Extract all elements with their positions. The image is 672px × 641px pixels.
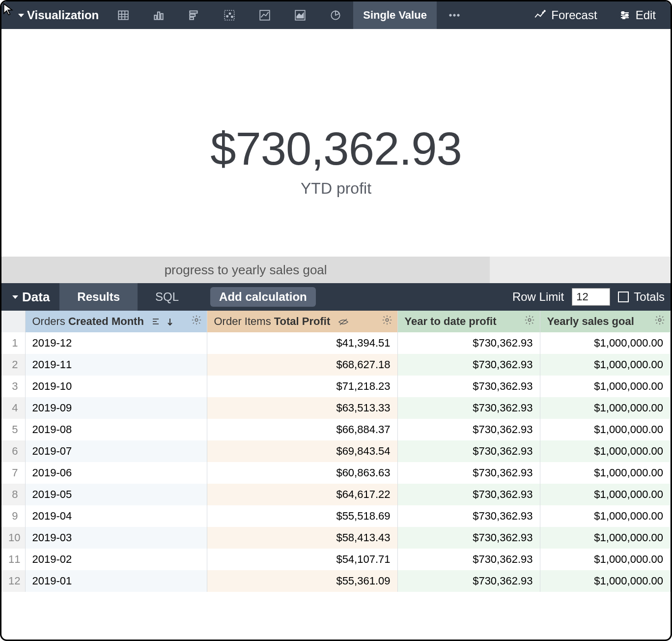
cell-goal: $1,000,000.00 bbox=[540, 549, 671, 570]
gear-icon[interactable] bbox=[382, 315, 392, 328]
header-created-month[interactable]: Orders Created Month bbox=[25, 311, 207, 332]
cell-month: 2019-07 bbox=[25, 440, 207, 462]
cell-profit: $55,518.69 bbox=[207, 505, 397, 527]
mouse-cursor bbox=[2, 2, 16, 20]
viz-horizontalbar-icon[interactable] bbox=[176, 1, 212, 29]
progress-fill: progress to yearly sales goal bbox=[1, 257, 490, 283]
app-frame: Visualization bbox=[0, 0, 672, 641]
svg-point-33 bbox=[195, 319, 198, 321]
cell-ytd: $730,362.93 bbox=[397, 332, 540, 354]
row-index: 8 bbox=[1, 484, 25, 505]
svg-point-21 bbox=[543, 12, 544, 13]
table-row[interactable]: 92019-04$55,518.69$730,362.93$1,000,000.… bbox=[1, 505, 671, 527]
cell-month: 2019-10 bbox=[25, 376, 207, 397]
svg-rect-8 bbox=[190, 11, 197, 13]
visualization-title: Visualization bbox=[27, 8, 99, 22]
cell-ytd: $730,362.93 bbox=[397, 376, 540, 397]
viz-bar-icon[interactable] bbox=[141, 1, 176, 29]
cell-month: 2019-09 bbox=[25, 397, 207, 419]
table-row[interactable]: 82019-05$64,617.22$730,362.93$1,000,000.… bbox=[1, 484, 671, 505]
cell-profit: $71,218.23 bbox=[207, 376, 397, 397]
table-row[interactable]: 122019-01$55,361.09$730,362.93$1,000,000… bbox=[1, 570, 671, 592]
viz-more-icon[interactable] bbox=[437, 1, 472, 29]
viz-right-tools: Forecast Edit bbox=[523, 1, 667, 29]
cell-month: 2019-01 bbox=[25, 570, 207, 592]
caret-down-icon bbox=[18, 14, 24, 17]
viz-single-value-tab[interactable]: Single Value bbox=[353, 1, 437, 29]
cell-profit: $66,884.37 bbox=[207, 419, 397, 440]
svg-point-12 bbox=[226, 16, 228, 17]
cell-profit: $58,413.43 bbox=[207, 527, 397, 549]
sort-desc-icon[interactable] bbox=[167, 318, 173, 326]
gear-icon[interactable] bbox=[191, 315, 202, 328]
row-index: 6 bbox=[1, 440, 25, 462]
cell-goal: $1,000,000.00 bbox=[540, 462, 671, 484]
viz-pie-icon[interactable] bbox=[318, 1, 353, 29]
gear-icon[interactable] bbox=[654, 315, 665, 328]
edit-button[interactable]: Edit bbox=[608, 1, 667, 29]
tab-sql[interactable]: SQL bbox=[138, 283, 196, 311]
cell-month: 2019-12 bbox=[25, 332, 207, 354]
cell-goal: $1,000,000.00 bbox=[540, 484, 671, 505]
cell-goal: $1,000,000.00 bbox=[540, 332, 671, 354]
viz-area-icon[interactable] bbox=[282, 1, 318, 29]
cell-goal: $1,000,000.00 bbox=[540, 505, 671, 527]
row-limit-label: Row Limit bbox=[512, 290, 564, 304]
data-title: Data bbox=[22, 290, 50, 305]
svg-rect-5 bbox=[155, 15, 157, 20]
cell-profit: $55,361.09 bbox=[207, 570, 397, 592]
table-row[interactable]: 72019-06$60,863.63$730,362.93$1,000,000.… bbox=[1, 462, 671, 484]
data-title-dropdown[interactable]: Data bbox=[7, 290, 59, 305]
cell-month: 2019-06 bbox=[25, 462, 207, 484]
viz-scatter-icon[interactable] bbox=[212, 1, 247, 29]
tab-results[interactable]: Results bbox=[59, 283, 138, 311]
totals-checkbox[interactable] bbox=[618, 291, 629, 302]
row-index: 2 bbox=[1, 354, 25, 376]
row-limit-input[interactable] bbox=[572, 288, 610, 306]
cell-goal: $1,000,000.00 bbox=[540, 397, 671, 419]
svg-point-13 bbox=[229, 13, 231, 14]
cell-goal: $1,000,000.00 bbox=[540, 354, 671, 376]
cell-ytd: $730,362.93 bbox=[397, 505, 540, 527]
cell-goal: $1,000,000.00 bbox=[540, 570, 671, 592]
add-calculation-button[interactable]: Add calculation bbox=[210, 287, 316, 307]
table-row[interactable]: 12019-12$41,394.51$730,362.93$1,000,000.… bbox=[1, 332, 671, 354]
table-row[interactable]: 52019-08$66,884.37$730,362.93$1,000,000.… bbox=[1, 419, 671, 440]
cell-month: 2019-03 bbox=[25, 527, 207, 549]
totals-toggle[interactable]: Totals bbox=[618, 290, 665, 304]
row-index: 3 bbox=[1, 376, 25, 397]
table-row[interactable]: 22019-11$68,627.18$730,362.93$1,000,000.… bbox=[1, 354, 671, 376]
table-row[interactable]: 102019-03$58,413.43$730,362.93$1,000,000… bbox=[1, 527, 671, 549]
svg-rect-9 bbox=[190, 14, 196, 16]
row-index: 5 bbox=[1, 419, 25, 440]
svg-point-18 bbox=[449, 14, 451, 16]
cell-profit: $60,863.63 bbox=[207, 462, 397, 484]
header-total-profit[interactable]: Order Items Total Profit bbox=[207, 311, 397, 332]
row-index: 7 bbox=[1, 462, 25, 484]
hidden-icon[interactable] bbox=[338, 318, 349, 326]
table-row[interactable]: 112019-02$54,107.71$730,362.93$1,000,000… bbox=[1, 549, 671, 570]
visualization-title-dropdown[interactable]: Visualization bbox=[5, 8, 106, 22]
single-value-label: YTD profit bbox=[301, 179, 371, 198]
row-index: 1 bbox=[1, 332, 25, 354]
forecast-button[interactable]: Forecast bbox=[523, 1, 608, 29]
row-index: 12 bbox=[1, 570, 25, 592]
viz-type-icons: Single Value bbox=[106, 1, 472, 29]
header-ytd-profit[interactable]: Year to date profit bbox=[397, 311, 540, 332]
svg-rect-11 bbox=[225, 10, 235, 20]
viz-line-icon[interactable] bbox=[247, 1, 282, 29]
table-row[interactable]: 42019-09$63,513.33$730,362.93$1,000,000.… bbox=[1, 397, 671, 419]
dimension-icon bbox=[152, 318, 162, 325]
cell-profit: $64,617.22 bbox=[207, 484, 397, 505]
gear-icon[interactable] bbox=[524, 315, 535, 328]
table-row[interactable]: 62019-07$69,843.54$730,362.93$1,000,000.… bbox=[1, 440, 671, 462]
viz-table-icon[interactable] bbox=[106, 1, 141, 29]
table-row[interactable]: 32019-10$71,218.23$730,362.93$1,000,000.… bbox=[1, 376, 671, 397]
cell-month: 2019-04 bbox=[25, 505, 207, 527]
data-table: Orders Created Month Order Items Total P… bbox=[1, 311, 671, 592]
cell-profit: $63,513.33 bbox=[207, 397, 397, 419]
header-yearly-goal[interactable]: Yearly sales goal bbox=[540, 311, 671, 332]
single-value-number: $730,362.93 bbox=[210, 122, 462, 175]
svg-point-19 bbox=[453, 14, 455, 16]
cell-goal: $1,000,000.00 bbox=[540, 527, 671, 549]
